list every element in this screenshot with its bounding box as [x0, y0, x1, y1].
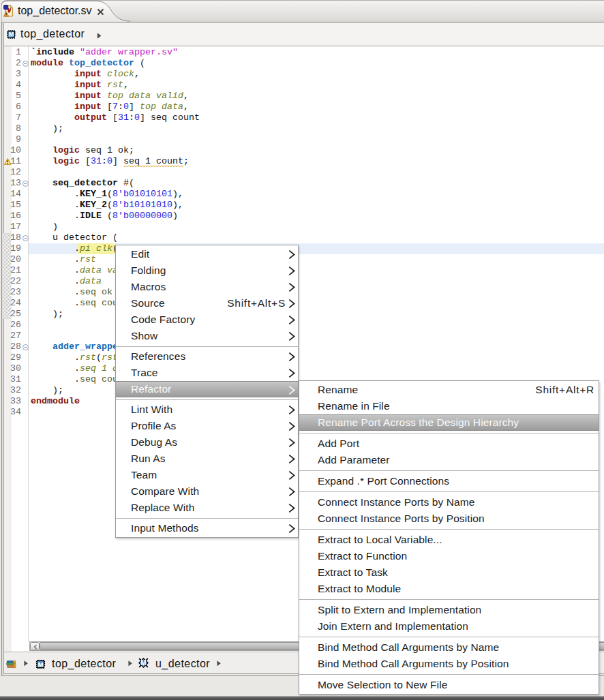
svg-text:M: M [8, 31, 14, 37]
svg-text:M: M [140, 659, 146, 667]
svg-text:M: M [37, 660, 43, 668]
